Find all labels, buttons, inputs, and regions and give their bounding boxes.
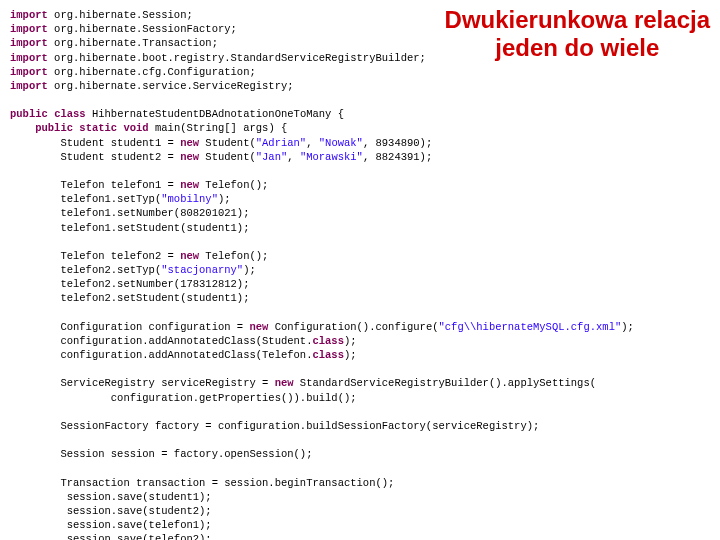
s2s2: "Morawski" [300, 151, 363, 163]
class-decl: HihbernateStudentDBAdnotationOneToMany { [86, 108, 344, 120]
cfg-s: "cfg\\hibernateMySQL.cfg.xml" [439, 321, 622, 333]
kw-public: public [35, 122, 73, 134]
kw-new: new [180, 250, 199, 262]
s2b: Student( [199, 151, 256, 163]
t1stu: telefon1.setStudent(student1); [10, 222, 249, 234]
s1c: , [306, 137, 319, 149]
t2num: telefon2.setNumber(178312812); [10, 278, 249, 290]
t2decl-a: Telefon telefon2 = [10, 250, 180, 262]
tx-s3: session.save(telefon1); [10, 519, 212, 531]
t2decl-b: Telefon(); [199, 250, 268, 262]
t1typ-b: ); [218, 193, 231, 205]
kw-static: static [79, 122, 117, 134]
slide-title: Dwukierunkowa relacja jeden do wiele [445, 6, 710, 61]
t2stu: telefon2.setStudent(student1); [10, 292, 249, 304]
import-6: org.hibernate.service.ServiceRegistry; [48, 80, 294, 92]
s1d: , 8934890); [363, 137, 432, 149]
s2c: , [287, 151, 300, 163]
t1typ-a: telefon1.setTyp( [10, 193, 161, 205]
tx-s1: session.save(student1); [10, 491, 212, 503]
kw-public: public [10, 108, 48, 120]
kw-new: new [275, 377, 294, 389]
kw-new: new [180, 137, 199, 149]
kw-import: import [10, 52, 48, 64]
title-line-2: jeden do wiele [495, 34, 659, 61]
t1num: telefon1.setNumber(808201021); [10, 207, 249, 219]
kw-void: void [123, 122, 148, 134]
s2a: Student student2 = [10, 151, 180, 163]
cfg-ann1b: ); [344, 335, 357, 347]
sr-b: StandardServiceRegistryBuilder().applySe… [294, 377, 596, 389]
ses: Session session = factory.openSession(); [10, 448, 312, 460]
import-1: org.hibernate.Session; [48, 9, 193, 21]
cfg-ann2a: configuration.addAnnotatedClass(Telefon. [10, 349, 312, 361]
kw-class-lit: class [312, 335, 344, 347]
s1s1: "Adrian" [256, 137, 306, 149]
sr-a: ServiceRegistry serviceRegistry = [10, 377, 275, 389]
cfg-b: Configuration().configure( [268, 321, 438, 333]
s1a: Student student1 = [10, 137, 180, 149]
kw-new: new [180, 179, 199, 191]
sr-c: configuration.getProperties()).build(); [10, 392, 357, 404]
t1typ-s: "mobilny" [161, 193, 218, 205]
s2d: , 8824391); [363, 151, 432, 163]
main-sig: main(String[] args) { [149, 122, 288, 134]
cfg-ann1a: configuration.addAnnotatedClass(Student. [10, 335, 312, 347]
tx-s2: session.save(student2); [10, 505, 212, 517]
cfg-ann2b: ); [344, 349, 357, 361]
import-3: org.hibernate.Transaction; [48, 37, 218, 49]
kw-new: new [249, 321, 268, 333]
kw-import: import [10, 80, 48, 92]
code-block: import org.hibernate.Session; import org… [10, 8, 710, 540]
t2typ-a: telefon2.setTyp( [10, 264, 161, 276]
kw-class-lit: class [312, 349, 344, 361]
title-line-1: Dwukierunkowa relacja [445, 6, 710, 33]
tx-begin: Transaction transaction = session.beginT… [10, 477, 394, 489]
kw-new: new [180, 151, 199, 163]
import-2: org.hibernate.SessionFactory; [48, 23, 237, 35]
kw-import: import [10, 66, 48, 78]
t2typ-s: "stacjonarny" [161, 264, 243, 276]
t1decl-b: Telefon(); [199, 179, 268, 191]
kw-import: import [10, 23, 48, 35]
import-4: org.hibernate.boot.registry.StandardServ… [48, 52, 426, 64]
import-5: org.hibernate.cfg.Configuration; [48, 66, 256, 78]
t1decl-a: Telefon telefon1 = [10, 179, 180, 191]
sf: SessionFactory factory = configuration.b… [10, 420, 539, 432]
cfg-c: ); [621, 321, 634, 333]
t2typ-b: ); [243, 264, 256, 276]
kw-class: class [54, 108, 86, 120]
s1s2: "Nowak" [319, 137, 363, 149]
s2s1: "Jan" [256, 151, 288, 163]
tx-s4: session.save(telefon2); [10, 533, 212, 540]
s1b: Student( [199, 137, 256, 149]
kw-import: import [10, 37, 48, 49]
kw-import: import [10, 9, 48, 21]
cfg-a: Configuration configuration = [10, 321, 249, 333]
